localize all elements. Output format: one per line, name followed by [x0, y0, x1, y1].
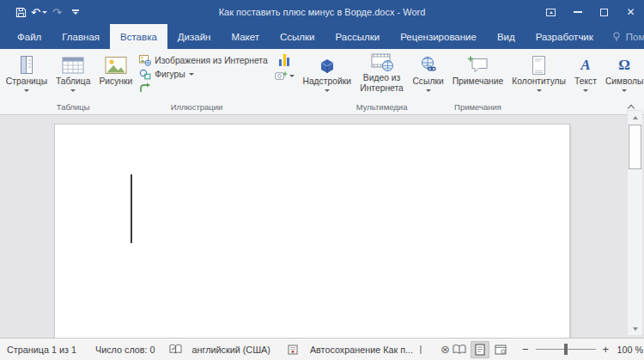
document-canvas [0, 115, 644, 338]
group-tables: Таблица Таблицы [52, 50, 94, 114]
scroll-up-icon [633, 116, 638, 119]
group-comments: Примечание Примечания [449, 50, 507, 114]
minimize-icon [574, 11, 582, 12]
language-indicator[interactable]: английский (США) [192, 345, 270, 355]
scrollbar-thumb[interactable] [629, 125, 641, 169]
redo-button[interactable]: ↷ [48, 0, 66, 24]
pages-button[interactable]: Страницы [3, 52, 51, 92]
tab-view[interactable]: Вид [487, 24, 526, 49]
group-addins: Надстройки [300, 50, 355, 114]
read-mode-icon [453, 345, 466, 354]
scroll-up-button[interactable] [628, 111, 642, 124]
window-title: Как поставить плюс минус в Ворде.docx - … [103, 7, 541, 17]
screenshot-icon [275, 70, 288, 81]
read-mode-button[interactable] [450, 341, 469, 358]
symbols-button[interactable]: Ω Символы [602, 52, 644, 92]
text-button[interactable]: A Текст [571, 52, 600, 92]
table-button[interactable]: Таблица [52, 52, 94, 92]
save-icon [15, 7, 27, 18]
autosave-progress-bar [420, 345, 422, 354]
tab-layout[interactable]: Макет [221, 24, 270, 49]
zoom-controls: − + 100 % [522, 344, 643, 355]
group-symbols: Ω Символы [602, 50, 644, 114]
group-illustrations: Рисунки Изображения из Интернета Фигуры [95, 50, 297, 114]
omega-icon: Ω [618, 57, 630, 74]
maximize-button[interactable] [591, 0, 617, 24]
proofing-icon [169, 344, 182, 355]
pictures-icon [105, 53, 127, 76]
quick-access-toolbar: ↶ ↷ [12, 0, 84, 24]
word-count[interactable]: Число слов: 0 [95, 345, 155, 355]
macro-record-button[interactable] [288, 345, 298, 355]
ribbon: Страницы Таблица Таблицы [0, 49, 644, 115]
tab-references[interactable]: Ссылки [270, 24, 325, 49]
pages-dropdown-arrow [24, 89, 29, 92]
addins-button[interactable]: Надстройки [299, 52, 355, 92]
text-box-icon: A [580, 57, 590, 74]
tab-file[interactable]: Файл [7, 24, 52, 49]
ribbon-display-options-button[interactable] [538, 0, 564, 24]
document-page[interactable] [54, 124, 570, 338]
tab-home[interactable]: Главная [52, 24, 110, 49]
smartart-button[interactable] [139, 81, 267, 95]
zoom-out-button[interactable]: − [522, 344, 529, 355]
tab-design[interactable]: Дизайн [167, 24, 222, 49]
scroll-down-button[interactable] [628, 322, 642, 335]
shapes-button[interactable]: Фигуры [139, 67, 267, 81]
customize-qat-button[interactable] [66, 0, 84, 24]
print-layout-button[interactable] [471, 341, 489, 358]
group-text: A Текст [571, 50, 600, 114]
zoom-slider[interactable] [536, 349, 596, 350]
online-pictures-icon [139, 55, 151, 66]
group-header-footer: Колонтитулы [508, 50, 569, 114]
tab-developer[interactable]: Разработчик [526, 24, 604, 49]
web-layout-button[interactable] [491, 341, 510, 358]
tab-insert[interactable]: Вставка [110, 24, 167, 49]
tab-mailings[interactable]: Рассылки [325, 24, 391, 49]
symbols-dropdown-arrow [622, 89, 627, 92]
zoom-level[interactable]: 100 % [616, 345, 643, 355]
collapse-ribbon-button[interactable] [629, 103, 635, 110]
chart-button[interactable] [279, 54, 289, 66]
tab-review[interactable]: Рецензирование [390, 24, 487, 49]
ribbon-display-options-icon [546, 9, 556, 16]
text-cursor [131, 174, 132, 243]
online-pictures-button[interactable]: Изображения из Интернета [139, 53, 267, 67]
tell-me-label: Помощн [626, 32, 644, 42]
links-button[interactable]: Ссылки [409, 52, 447, 92]
comment-button[interactable]: Примечание [449, 52, 507, 87]
table-dropdown-arrow [70, 89, 76, 92]
close-icon: ✕ [626, 6, 635, 18]
maximize-icon [600, 9, 608, 16]
page-indicator[interactable]: Страница 1 из 1 [7, 345, 76, 355]
print-layout-icon [475, 344, 485, 356]
zoom-in-button[interactable]: + [603, 344, 610, 355]
zoom-slider-handle[interactable] [564, 344, 568, 355]
undo-dropdown-arrow[interactable] [42, 11, 47, 14]
table-icon [62, 53, 84, 76]
view-switcher [450, 341, 510, 358]
undo-button[interactable]: ↶ [30, 0, 48, 24]
group-media: Видео из Интернета Мультимедиа [356, 50, 408, 114]
cancel-autosave-button[interactable]: ⊗ [440, 344, 450, 355]
minimize-button[interactable] [564, 0, 591, 24]
proofing-button[interactable] [169, 344, 182, 355]
tell-me-box[interactable]: Помощн [604, 24, 644, 49]
pictures-button[interactable]: Рисунки [95, 52, 136, 87]
lightbulb-icon [612, 31, 621, 43]
save-button[interactable] [12, 0, 30, 24]
screenshot-button[interactable] [275, 70, 295, 81]
header-footer-button[interactable]: Колонтитулы [508, 52, 569, 92]
header-footer-dropdown-arrow [537, 89, 542, 92]
close-button[interactable]: ✕ [617, 0, 644, 24]
ribbon-tab-bar: Файл Главная Вставка Дизайн Макет Ссылки… [0, 24, 644, 49]
shapes-dropdown-arrow [189, 73, 194, 76]
group-links: Ссылки [409, 50, 447, 114]
window-controls: ✕ [538, 0, 644, 24]
vertical-scrollbar[interactable] [627, 110, 643, 336]
pages-icon [18, 53, 35, 76]
online-video-button[interactable]: Видео из Интернета [356, 52, 408, 93]
chart-icon [279, 54, 289, 66]
status-bar: Страница 1 из 1 Число слов: 0 английский… [0, 338, 644, 360]
group-pages: Страницы [3, 50, 51, 114]
